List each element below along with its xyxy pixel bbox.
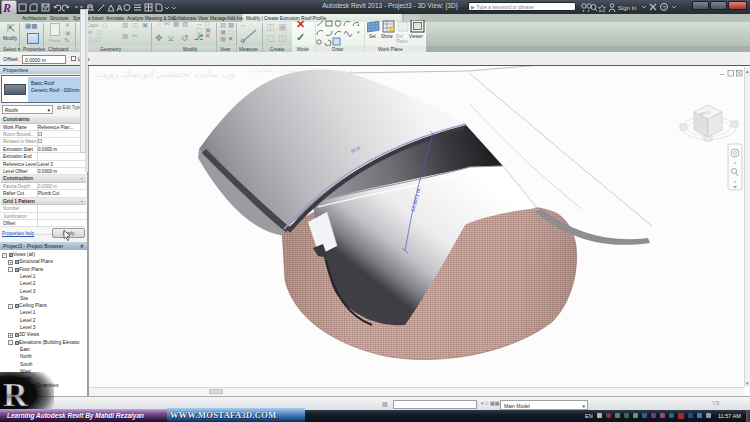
svg-text:وب سایت تخصصی اتودسك رویت: وب سایت تخصصی اتودسك رویت	[96, 68, 235, 80]
svg-text:R: R	[3, 376, 28, 412]
svg-text:مهدی رضاییان: مهدی رضاییان	[250, 66, 297, 74]
